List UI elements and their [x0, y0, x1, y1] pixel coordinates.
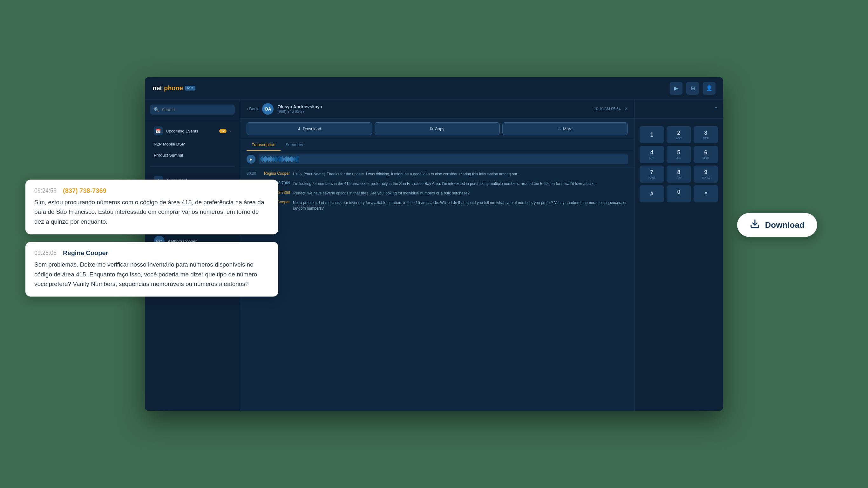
- transcript-line: 00:00 Regina Cooper Not a problem. Let m…: [247, 200, 628, 211]
- dialpad-num-5: 5: [677, 149, 680, 156]
- download-label: Download: [303, 126, 321, 131]
- logo-net: net: [153, 85, 162, 92]
- more-label: More: [563, 126, 572, 131]
- bubble-2-text: Sem problemas. Deixe-me verificar nosso …: [34, 260, 270, 289]
- download-pill-label: Download: [765, 220, 804, 230]
- transcript-text-1: I'm looking for numbers in the 415 area …: [293, 181, 628, 186]
- dialpad: 1 2 ABC 3 DEF 4 GHI: [634, 119, 723, 411]
- search-input[interactable]: [162, 108, 231, 112]
- dialpad-key-4[interactable]: 4 GHI: [640, 146, 664, 163]
- dialpad-key-9[interactable]: 9 WXYZ: [693, 165, 718, 183]
- waveform-bars: [259, 154, 628, 164]
- dialpad-key-7[interactable]: 7 PQRS: [640, 165, 664, 183]
- chat-bubbles-container: 09:24:58 (837) 738-7369 Sim, estou procu…: [25, 180, 278, 297]
- sidebar-item-upcoming-events[interactable]: 📅 Upcoming Events 12 ›: [150, 124, 235, 138]
- more-button[interactable]: ··· More: [502, 122, 628, 135]
- dialpad-num-8: 8: [677, 169, 680, 176]
- right-panel-header: ⌃: [634, 99, 723, 119]
- dialpad-key-0[interactable]: 0 +: [666, 185, 691, 203]
- audio-waveform[interactable]: [259, 154, 628, 164]
- user-icon-btn[interactable]: 👤: [703, 82, 715, 95]
- calendar-icon: 📅: [154, 126, 163, 135]
- bubble-1-header: 09:24:58 (837) 738-7369: [34, 187, 270, 194]
- dialpad-key-1[interactable]: 1: [640, 126, 664, 143]
- tab-bar: Transcription Summary: [240, 139, 634, 151]
- upcoming-events-badge: 12: [219, 129, 226, 133]
- chat-contact-name: Olesya Andrievskaya: [277, 104, 322, 109]
- sidebar-search-area: 🔍: [145, 99, 240, 120]
- panel-toggle-button[interactable]: ⌃: [714, 106, 718, 112]
- copy-button[interactable]: ⧉ Copy: [375, 122, 500, 135]
- chat-header: ‹ Back OA Olesya Andrievskaya (968) 346 …: [240, 99, 634, 119]
- logo-phone: phone: [164, 85, 183, 92]
- tab-summary[interactable]: Summary: [281, 139, 309, 151]
- more-icon: ···: [558, 126, 561, 131]
- dialpad-num-1: 1: [650, 131, 653, 138]
- upcoming-events-label: Upcoming Events: [166, 129, 216, 133]
- transcript-text-0: Hello, [Your Name]. Thanks for the updat…: [293, 171, 628, 177]
- bubble-1-text: Sim, estou procurando números com o códi…: [34, 197, 270, 226]
- copy-label: Copy: [435, 126, 444, 131]
- audio-player: ▶: [240, 151, 634, 167]
- sidebar-item-n2p[interactable]: N2P Mobile DSM: [150, 139, 235, 149]
- dialpad-key-hash[interactable]: #: [640, 185, 664, 203]
- back-button[interactable]: ‹ Back: [247, 106, 258, 111]
- transcript-speaker-0: Regina Cooper: [264, 171, 290, 177]
- right-panel: ⌃ 1 2 ABC 3 DEF: [634, 99, 723, 411]
- play-button[interactable]: ▶: [247, 155, 255, 163]
- bubble-1-time: 09:24:58: [34, 187, 57, 194]
- dialpad-num-7: 7: [650, 169, 653, 176]
- dialpad-num-2: 2: [677, 130, 680, 136]
- transcript-line: 00:00 (837) 738-7369 Perfect, we have se…: [247, 190, 628, 196]
- call-time: 10:10 AM 05:64: [594, 107, 620, 111]
- video-icon-btn[interactable]: ▶: [670, 82, 682, 95]
- sidebar-upcoming-section: 📅 Upcoming Events 12 › N2P Mobile DSM Pr…: [145, 120, 240, 164]
- dialpad-key-6[interactable]: 6 MNO: [693, 146, 718, 163]
- chevron-right-icon: ›: [230, 129, 231, 133]
- logo-badge: beta: [185, 86, 195, 91]
- chat-contact-details: Olesya Andrievskaya (968) 346 65-87: [277, 104, 322, 114]
- dialpad-num-0: 0: [677, 189, 680, 195]
- sidebar-item-product-summit[interactable]: Product Summit: [150, 150, 235, 160]
- chat-contact-phone: (968) 346 65-87: [277, 109, 322, 114]
- app-logo: netphone beta: [153, 85, 195, 92]
- dialpad-num-6: 6: [704, 149, 707, 156]
- dialpad-letters-4: GHI: [649, 156, 654, 159]
- dialpad-letters-5: JKL: [676, 156, 682, 159]
- transcript-line: 00:00 (837) 738-7369 I'm looking for num…: [247, 181, 628, 186]
- dialpad-key-5[interactable]: 5 JKL: [666, 146, 691, 163]
- download-pill-button[interactable]: Download: [737, 213, 817, 237]
- dialpad-key-star[interactable]: *: [693, 185, 718, 203]
- outer-background: netphone beta ▶ ⊞ 👤 🔍: [0, 0, 868, 488]
- bubble-2-time: 09:25:05: [34, 250, 57, 257]
- top-bar: netphone beta ▶ ⊞ 👤: [145, 77, 723, 99]
- download-icon: ⬇: [298, 126, 301, 131]
- dialpad-num-3: 3: [704, 130, 707, 136]
- back-arrow-icon: ‹: [247, 106, 248, 111]
- download-pill-icon: [750, 219, 760, 231]
- dialpad-letters-9: WXYZ: [702, 176, 710, 179]
- dialpad-num-star: *: [705, 191, 707, 197]
- search-box[interactable]: 🔍: [150, 104, 235, 115]
- transcript-text-2: Perfect, we have several options in that…: [293, 190, 628, 196]
- dialpad-key-8[interactable]: 8 TUV: [666, 165, 691, 183]
- chat-contact-avatar: OA: [262, 103, 274, 115]
- tab-transcription[interactable]: Transcription: [247, 139, 281, 151]
- dialpad-key-2[interactable]: 2 ABC: [666, 126, 691, 143]
- dialpad-num-4: 4: [650, 149, 653, 156]
- download-button[interactable]: ⬇ Download: [247, 122, 372, 135]
- bubble-2-header: 09:25:05 Regina Cooper: [34, 250, 270, 257]
- center-panel: ‹ Back OA Olesya Andrievskaya (968) 346 …: [240, 99, 634, 411]
- dialpad-letters-8: TUV: [676, 176, 682, 179]
- search-icon: 🔍: [154, 107, 159, 112]
- dialpad-letters-3: DEF: [703, 136, 709, 140]
- back-label: Back: [249, 106, 258, 111]
- dialpad-letters-0: +: [678, 196, 680, 199]
- chat-bubble-2: 09:25:05 Regina Cooper Sem problemas. De…: [25, 242, 278, 297]
- dialpad-num-hash: #: [650, 191, 653, 197]
- transcript-content: 00:00 Regina Cooper Hello, [Your Name]. …: [240, 167, 634, 279]
- grid-icon-btn[interactable]: ⊞: [686, 82, 699, 95]
- close-button[interactable]: ×: [624, 105, 628, 112]
- top-bar-icons: ▶ ⊞ 👤: [670, 82, 715, 95]
- dialpad-key-3[interactable]: 3 DEF: [693, 126, 718, 143]
